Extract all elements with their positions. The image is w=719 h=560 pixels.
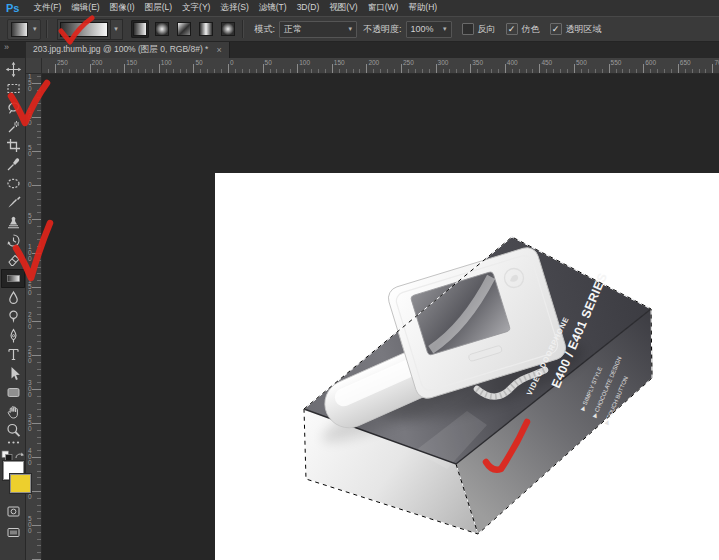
checkbox-icon[interactable]: ✓ [506, 23, 518, 35]
gradient-editor-button[interactable]: ▾ [57, 19, 123, 40]
document-tab-bar: » 203.jpg.thumb.jpg @ 100% (图层 0, RGB/8#… [0, 42, 719, 58]
screen-mode-icon [5, 524, 22, 541]
menu-3[interactable]: 图像(I) [105, 2, 140, 14]
brush-tool[interactable] [1, 193, 25, 212]
document-canvas[interactable]: VIDEO DOORPHONE E400 / E401 SERIES ▶ SIM… [215, 173, 719, 560]
healing-brush-icon [5, 175, 22, 192]
blur-tool[interactable] [1, 288, 25, 307]
gradient-preview [60, 22, 108, 37]
dither-checkbox[interactable]: ✓ 仿色 [506, 23, 540, 36]
move-tool[interactable] [1, 60, 25, 79]
tool-preset-picker[interactable]: ▾ [7, 19, 41, 40]
menu-6[interactable]: 选择(S) [215, 2, 253, 14]
path-selection-tool[interactable] [1, 364, 25, 383]
v-ruler-label: 1 5 0 [28, 278, 32, 296]
tools-panel [0, 58, 26, 560]
shape-tool[interactable] [1, 383, 25, 402]
canvas-pasteboard[interactable]: VIDEO DOORPHONE E400 / E401 SERIES ▶ SIM… [42, 74, 719, 560]
clone-stamp-tool[interactable] [1, 212, 25, 231]
h-ruler-label: 50 [265, 59, 272, 66]
menu-10[interactable]: 窗口(W) [363, 2, 404, 14]
document-tab[interactable]: 203.jpg.thumb.jpg @ 100% (图层 0, RGB/8#) … [26, 42, 230, 58]
move-icon [5, 61, 22, 78]
magic-wand-tool[interactable] [1, 117, 25, 136]
menu-2[interactable]: 编辑(E) [66, 2, 104, 14]
transparency-checkbox[interactable]: ✓ 透明区域 [550, 23, 602, 36]
h-ruler-label: 600 [645, 59, 656, 66]
type-icon [5, 346, 22, 363]
checkbox-icon[interactable]: ✓ [550, 23, 562, 35]
h-ruler-label: 700 [714, 59, 719, 66]
close-icon[interactable]: × [216, 45, 221, 55]
healing-brush-tool[interactable] [1, 174, 25, 193]
mode-value: 正常 [284, 23, 302, 36]
menu-9[interactable]: 视图(V) [324, 2, 362, 14]
v-ruler-label: 1 5 0 [28, 74, 32, 92]
separator [46, 20, 48, 38]
chevron-down-icon: ▾ [443, 25, 447, 33]
rectangular-marquee-tool[interactable] [1, 79, 25, 98]
rectangular-marquee-icon [5, 80, 22, 97]
chevron-down-icon: ▾ [110, 20, 122, 39]
angle-gradient-button[interactable] [175, 20, 193, 38]
v-ruler-label: 2 5 0 [28, 346, 32, 364]
collapse-panel-icon[interactable]: » [4, 42, 8, 52]
gradient-icon [5, 270, 22, 287]
eyedropper-icon [5, 156, 22, 173]
diamond-gradient-button[interactable] [219, 20, 237, 38]
chevron-down-icon: ▾ [33, 25, 37, 33]
v-ruler-label: 5 0 0 [28, 516, 32, 534]
dodge-tool[interactable] [1, 307, 25, 326]
separator [242, 20, 244, 38]
h-ruler-label: 100 [161, 59, 172, 66]
radial-gradient-button[interactable] [153, 20, 171, 38]
screen-mode[interactable] [1, 523, 25, 542]
h-ruler-label: 450 [541, 59, 552, 66]
lasso-icon [5, 99, 22, 116]
ruler-corner [26, 58, 42, 74]
type-tool[interactable] [1, 345, 25, 364]
pen-tool[interactable] [1, 326, 25, 345]
eyedropper-tool[interactable] [1, 155, 25, 174]
transparency-label: 透明区域 [566, 23, 602, 36]
menu-1[interactable]: 文件(F) [28, 2, 66, 14]
history-brush-tool[interactable] [1, 231, 25, 250]
checkbox-icon[interactable] [462, 23, 474, 35]
h-ruler-label: 350 [472, 59, 483, 66]
menu-items: 文件(F)编辑(E)图像(I)图层(L)文字(Y)选择(S)滤镜(T)3D(D)… [28, 2, 442, 14]
reflected-gradient-button[interactable] [197, 20, 215, 38]
v-ruler-label: 5 0 [28, 145, 32, 157]
crop-icon [5, 137, 22, 154]
background-color-swatch[interactable] [10, 474, 31, 493]
photoshop-window: Ps 文件(F)编辑(E)图像(I)图层(L)文字(Y)选择(S)滤镜(T)3D… [0, 0, 719, 560]
h-ruler-label: 550 [611, 59, 622, 66]
quick-mask[interactable] [1, 502, 25, 521]
eraser-tool[interactable] [1, 250, 25, 269]
reverse-checkbox[interactable]: 反向 [462, 23, 496, 36]
tool-options-bar: ▾ ▾ 模式: 正常 ▾ 不透明度: 100% ▾ 反向 ✓ [0, 16, 719, 42]
v-ruler-label: 4 0 0 [28, 448, 32, 466]
dodge-icon [5, 308, 22, 325]
crop-tool[interactable] [1, 136, 25, 155]
hand-icon [5, 403, 22, 420]
linear-gradient-button[interactable] [131, 20, 149, 38]
mode-select[interactable]: 正常 ▾ [279, 21, 357, 38]
lasso-tool[interactable] [1, 98, 25, 117]
opacity-select[interactable]: 100% ▾ [406, 21, 452, 38]
menu-4[interactable]: 图层(L) [140, 2, 177, 14]
menu-11[interactable]: 帮助(H) [403, 2, 442, 14]
mode-label: 模式: [255, 23, 276, 36]
photoshop-logo: Ps [6, 2, 19, 14]
h-ruler-label: 100 [299, 59, 310, 66]
gradient-tool[interactable] [1, 269, 25, 288]
hand-tool[interactable] [1, 402, 25, 421]
h-ruler-label: 200 [92, 59, 103, 66]
brush-icon [5, 194, 22, 211]
menu-7[interactable]: 滤镜(T) [254, 2, 292, 14]
h-ruler-label: 50 [195, 59, 202, 66]
h-ruler-label: 0 [230, 59, 234, 66]
menu-8[interactable]: 3D(D) [292, 2, 325, 14]
history-brush-icon [5, 232, 22, 249]
color-swatches[interactable] [1, 461, 25, 497]
menu-5[interactable]: 文字(Y) [177, 2, 215, 14]
